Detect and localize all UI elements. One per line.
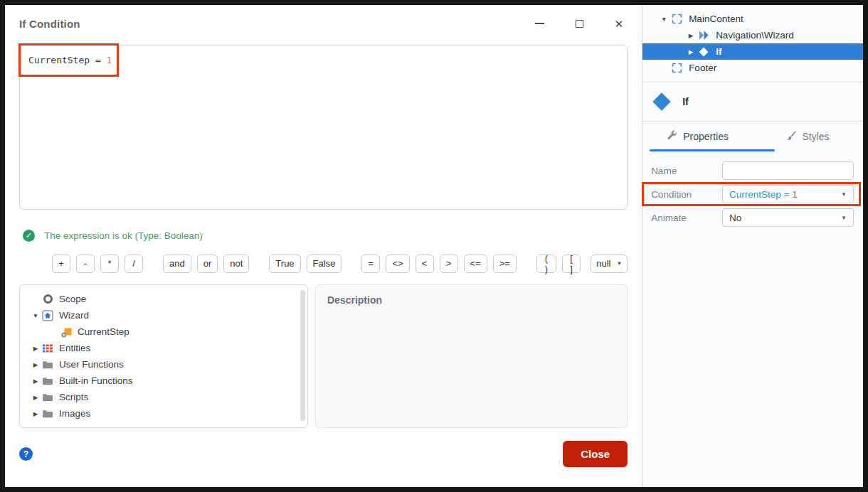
dialog-titlebar: If Condition ✕	[19, 5, 628, 36]
expander-collapsed-icon[interactable]: ▶	[30, 361, 41, 368]
logical-button-group: andornot	[163, 255, 249, 273]
variable-icon	[60, 326, 73, 338]
less-or-equal-button[interactable]: <=	[464, 255, 487, 273]
tree-item-currentstep[interactable]: CurrentStep	[20, 323, 307, 340]
null-label: null	[596, 258, 610, 269]
if-diamond-icon	[651, 91, 672, 112]
expander-collapsed-icon[interactable]: ▶	[30, 410, 41, 417]
minus-button[interactable]: -	[76, 255, 95, 273]
tree-item-label: Scripts	[59, 392, 88, 402]
if-diamond-icon	[697, 46, 711, 58]
property-row-name: Name	[651, 161, 854, 180]
expander-collapsed-icon[interactable]: ▶	[30, 345, 41, 352]
expander-expanded-icon[interactable]: ▼	[658, 16, 669, 23]
null-dropdown-button[interactable]: null▼	[591, 255, 628, 273]
folder-icon	[41, 409, 54, 419]
validation-text: The expression is ok (Type: Boolean)	[44, 230, 203, 241]
maximize-button[interactable]	[573, 18, 585, 29]
tree-item-wizard[interactable]: ▼Wizard	[20, 307, 307, 323]
expander-collapsed-icon[interactable]: ▶	[685, 32, 697, 39]
maximize-icon	[576, 20, 583, 28]
dialog-title: If Condition	[19, 18, 80, 30]
home-icon	[41, 310, 54, 321]
tab-properties[interactable]: Properties	[642, 122, 753, 151]
tree-item-entities[interactable]: ▶Entities	[20, 340, 307, 356]
close-icon: ✕	[615, 18, 624, 29]
screen: If Condition ✕ CurrentStep = 1 ✓ The exp…	[5, 5, 863, 487]
expression-literal: 1	[107, 55, 112, 65]
help-button[interactable]: ?	[19, 447, 33, 461]
description-title: Description	[327, 294, 615, 306]
less-than-button[interactable]: <	[416, 255, 434, 273]
condition-select[interactable]: CurrentStep = 1▼	[722, 185, 854, 203]
tree-item-label: Images	[59, 408, 90, 419]
close-button[interactable]: Close	[563, 441, 628, 467]
brush-icon	[786, 130, 796, 143]
tree-item-label: MainContent	[689, 14, 743, 24]
expander-expanded-icon[interactable]: ▼	[30, 312, 41, 319]
bottom-panels: Scope▼WizardCurrentStep▶Entities▶User Fu…	[19, 284, 628, 428]
validation-message-row: ✓ The expression is ok (Type: Boolean)	[19, 228, 628, 242]
tab-bar: PropertiesStyles	[642, 122, 863, 151]
expander-collapsed-icon[interactable]: ▶	[30, 394, 41, 401]
or-button[interactable]: or	[197, 255, 218, 273]
animate-select[interactable]: No▼	[722, 208, 854, 227]
multiply-button[interactable]: *	[100, 255, 119, 273]
parentheses-button[interactable]: ( )	[536, 255, 556, 273]
check-circle-icon: ✓	[23, 230, 35, 242]
chevron-down-icon: ▼	[841, 191, 847, 198]
minimize-button[interactable]	[534, 18, 545, 29]
close-window-button[interactable]: ✕	[613, 18, 625, 29]
entities-icon	[41, 343, 54, 353]
properties-side-panel: ▼MainContent▶Navigation\Wizard▶IfFooter …	[642, 5, 863, 487]
expander-collapsed-icon[interactable]: ▶	[30, 378, 41, 385]
tree-item-user-functions[interactable]: ▶User Functions	[20, 356, 307, 373]
equals-button[interactable]: =	[361, 255, 380, 273]
element-title: If	[682, 96, 689, 107]
select-value: CurrentStep =	[729, 189, 792, 200]
not-equal-button[interactable]: <>	[386, 255, 409, 273]
divide-button[interactable]: /	[125, 255, 143, 273]
tree-item-navigation-wizard[interactable]: ▶Navigation\Wizard	[642, 27, 863, 43]
tab-styles[interactable]: Styles	[753, 122, 863, 151]
active-tab-underline	[650, 149, 775, 151]
scope-icon	[41, 294, 54, 304]
tree-item-images[interactable]: ▶Images	[20, 405, 307, 422]
square-brackets-button[interactable]: [ ]	[562, 255, 581, 273]
property-row-animate: AnimateNo▼	[651, 208, 854, 227]
property-label: Animate	[651, 213, 722, 223]
folder-icon	[41, 360, 54, 370]
tree-item-label: Entities	[59, 343, 90, 353]
property-label: Condition	[651, 189, 722, 200]
expander-collapsed-icon[interactable]: ▶	[685, 48, 697, 55]
boolean-button-group: TrueFalse	[269, 255, 342, 273]
tree-item-footer[interactable]: Footer	[642, 60, 863, 76]
greater-or-equal-button[interactable]: >=	[493, 255, 517, 273]
description-panel: Description	[315, 284, 628, 428]
folder-icon	[41, 392, 54, 402]
tree-item-scope[interactable]: Scope	[20, 291, 307, 307]
expression-editor[interactable]: CurrentStep = 1	[19, 45, 628, 210]
tree-item-maincontent[interactable]: ▼MainContent	[642, 11, 863, 27]
chevron-down-icon: ▼	[841, 215, 847, 221]
plus-button[interactable]: +	[52, 255, 70, 273]
scope-scrollbar[interactable]	[300, 290, 305, 421]
true-button[interactable]: True	[269, 255, 300, 273]
widget-tree: ▼MainContent▶Navigation\Wizard▶IfFooter	[642, 5, 863, 82]
not-button[interactable]: not	[223, 255, 249, 273]
tree-item-built-in-functions[interactable]: ▶Built-in Functions	[20, 373, 307, 389]
false-button[interactable]: False	[307, 255, 342, 273]
tree-item-if[interactable]: ▶If	[642, 43, 863, 60]
select-value-literal: 1	[792, 189, 798, 200]
container-icon	[669, 63, 684, 73]
tree-item-label: Built-in Functions	[59, 375, 133, 386]
operator-button-row: +-*/andornotTrueFalse=<><><=>=( )[ ]null…	[52, 254, 628, 273]
name-input[interactable]	[722, 161, 854, 180]
tree-item-label: Navigation\Wizard	[716, 30, 794, 41]
tree-item-scripts[interactable]: ▶Scripts	[20, 389, 307, 405]
and-button[interactable]: and	[163, 255, 191, 273]
greater-than-button[interactable]: >	[440, 255, 458, 273]
wrench-icon	[667, 130, 677, 143]
if-condition-dialog: If Condition ✕ CurrentStep = 1 ✓ The exp…	[5, 5, 642, 487]
folder-icon	[41, 376, 54, 386]
